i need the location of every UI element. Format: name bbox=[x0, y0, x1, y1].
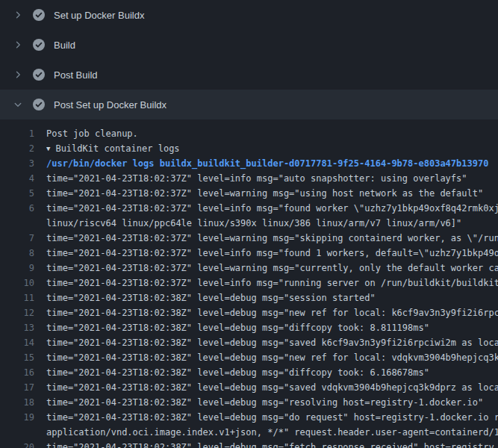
chevron-right-icon bbox=[12, 39, 24, 51]
log-line: 20time="2021-04-23T18:02:38Z" level=debu… bbox=[0, 440, 498, 448]
log-line: 14time="2021-04-23T18:02:38Z" level=debu… bbox=[0, 335, 498, 350]
log-text: time="2021-04-23T18:02:37Z" level=info m… bbox=[46, 276, 498, 290]
chevron-down-icon bbox=[12, 99, 24, 111]
line-number[interactable]: 1 bbox=[0, 126, 34, 141]
log-line: 18time="2021-04-23T18:02:38Z" level=debu… bbox=[0, 395, 498, 410]
log-line: 9time="2021-04-23T18:02:37Z" level=warni… bbox=[0, 261, 498, 276]
line-number bbox=[0, 216, 34, 231]
check-circle-icon bbox=[33, 9, 45, 21]
line-number[interactable]: 15 bbox=[0, 350, 34, 365]
line-number[interactable]: 5 bbox=[0, 186, 34, 201]
section-header-set-up-docker-buildx[interactable]: Set up Docker Buildx bbox=[0, 0, 498, 30]
log-line: 13time="2021-04-23T18:02:38Z" level=debu… bbox=[0, 320, 498, 335]
section-label: Post Build bbox=[54, 69, 98, 81]
line-number[interactable]: 14 bbox=[0, 335, 34, 350]
line-number[interactable]: 9 bbox=[0, 261, 34, 276]
log-command-text: /usr/bin/docker logs buildx_buildkit_bui… bbox=[46, 156, 488, 171]
log-line: 15time="2021-04-23T18:02:38Z" level=debu… bbox=[0, 350, 498, 365]
log-line: 12time="2021-04-23T18:02:38Z" level=debu… bbox=[0, 305, 498, 320]
log-text: time="2021-04-23T18:02:38Z" level=debug … bbox=[46, 440, 494, 448]
github-actions-log-viewer: Set up Docker BuildxBuildPost BuildPost … bbox=[0, 0, 498, 448]
log-line: 11time="2021-04-23T18:02:38Z" level=debu… bbox=[0, 290, 498, 305]
log-text: time="2021-04-23T18:02:37Z" level=info m… bbox=[46, 246, 498, 261]
log-line: 2▼BuildKit container logs bbox=[0, 141, 498, 156]
log-line: 7time="2021-04-23T18:02:37Z" level=warni… bbox=[0, 231, 498, 246]
log-text: time="2021-04-23T18:02:38Z" level=debug … bbox=[46, 380, 498, 395]
check-circle-icon bbox=[33, 99, 45, 111]
line-number[interactable]: 18 bbox=[0, 395, 34, 410]
line-number[interactable]: 17 bbox=[0, 380, 34, 395]
check-circle-icon bbox=[33, 39, 45, 51]
line-number[interactable]: 12 bbox=[0, 305, 34, 320]
log-line-continuation: linux/riscv64 linux/ppc64le linux/s390x … bbox=[0, 216, 498, 231]
section-label: Set up Docker Buildx bbox=[54, 10, 144, 21]
line-number[interactable]: 20 bbox=[0, 440, 34, 448]
log-line: 17time="2021-04-23T18:02:38Z" level=debu… bbox=[0, 380, 498, 395]
line-number[interactable]: 11 bbox=[0, 290, 34, 305]
log-group-line[interactable]: ▼BuildKit container logs bbox=[46, 141, 180, 156]
log-line: 1Post job cleanup. bbox=[0, 126, 498, 141]
log-line: 4time="2021-04-23T18:02:37Z" level=info … bbox=[0, 171, 498, 186]
log-text: time="2021-04-23T18:02:38Z" level=debug … bbox=[46, 395, 483, 410]
check-circle-icon bbox=[33, 69, 45, 81]
line-number[interactable]: 10 bbox=[0, 276, 34, 290]
line-number[interactable]: 7 bbox=[0, 231, 34, 246]
section-header-build[interactable]: Build bbox=[0, 30, 498, 60]
step-section-list: Set up Docker BuildxBuildPost BuildPost … bbox=[0, 0, 498, 119]
line-number[interactable]: 3 bbox=[0, 156, 34, 171]
log-text: application/vnd.oci.image.index.v1+json,… bbox=[46, 425, 498, 440]
chevron-right-icon bbox=[12, 69, 24, 81]
log-text: linux/riscv64 linux/ppc64le linux/s390x … bbox=[46, 216, 461, 231]
log-line: 6time="2021-04-23T18:02:37Z" level=info … bbox=[0, 201, 498, 216]
log-text: time="2021-04-23T18:02:38Z" level=debug … bbox=[46, 290, 376, 305]
line-number[interactable]: 6 bbox=[0, 201, 34, 216]
log-text: time="2021-04-23T18:02:37Z" level=info m… bbox=[46, 171, 467, 186]
line-number bbox=[0, 425, 34, 440]
log-text: time="2021-04-23T18:02:38Z" level=debug … bbox=[46, 350, 498, 365]
log-text: time="2021-04-23T18:02:37Z" level=warnin… bbox=[46, 186, 483, 201]
log-line: 19time="2021-04-23T18:02:38Z" level=debu… bbox=[0, 410, 498, 425]
log-text: Post job cleanup. bbox=[46, 126, 138, 141]
line-number[interactable]: 16 bbox=[0, 365, 34, 380]
log-line: 3/usr/bin/docker logs buildx_buildkit_bu… bbox=[0, 156, 498, 171]
log-text: time="2021-04-23T18:02:37Z" level=warnin… bbox=[46, 231, 498, 246]
section-header-post-set-up-docker-buildx[interactable]: Post Set up Docker Buildx bbox=[0, 90, 498, 119]
log-text: time="2021-04-23T18:02:37Z" level=info m… bbox=[46, 201, 498, 216]
log-line: 8time="2021-04-23T18:02:37Z" level=info … bbox=[0, 246, 498, 261]
log-line: 16time="2021-04-23T18:02:38Z" level=debu… bbox=[0, 365, 498, 380]
group-toggle-icon[interactable]: ▼ bbox=[46, 141, 50, 156]
line-number[interactable]: 8 bbox=[0, 246, 34, 261]
log-output: 1Post job cleanup.2▼BuildKit container l… bbox=[0, 119, 498, 448]
group-label: BuildKit container logs bbox=[55, 143, 179, 154]
log-text: time="2021-04-23T18:02:38Z" level=debug … bbox=[46, 365, 429, 380]
log-line: 10time="2021-04-23T18:02:37Z" level=info… bbox=[0, 276, 498, 290]
section-label: Build bbox=[54, 40, 75, 51]
log-text: time="2021-04-23T18:02:38Z" level=debug … bbox=[46, 410, 498, 425]
section-label: Post Set up Docker Buildx bbox=[54, 99, 166, 111]
log-text: time="2021-04-23T18:02:37Z" level=warnin… bbox=[46, 261, 498, 276]
log-text: time="2021-04-23T18:02:38Z" level=debug … bbox=[46, 320, 429, 335]
log-line-continuation: application/vnd.oci.image.index.v1+json,… bbox=[0, 425, 498, 440]
line-number[interactable]: 13 bbox=[0, 320, 34, 335]
log-text: time="2021-04-23T18:02:38Z" level=debug … bbox=[46, 305, 498, 320]
line-number[interactable]: 4 bbox=[0, 171, 34, 186]
log-line: 5time="2021-04-23T18:02:37Z" level=warni… bbox=[0, 186, 498, 201]
log-text: time="2021-04-23T18:02:38Z" level=debug … bbox=[46, 335, 498, 350]
chevron-right-icon bbox=[12, 9, 24, 21]
line-number[interactable]: 19 bbox=[0, 410, 34, 425]
line-number[interactable]: 2 bbox=[0, 141, 34, 156]
section-header-post-build[interactable]: Post Build bbox=[0, 60, 498, 90]
